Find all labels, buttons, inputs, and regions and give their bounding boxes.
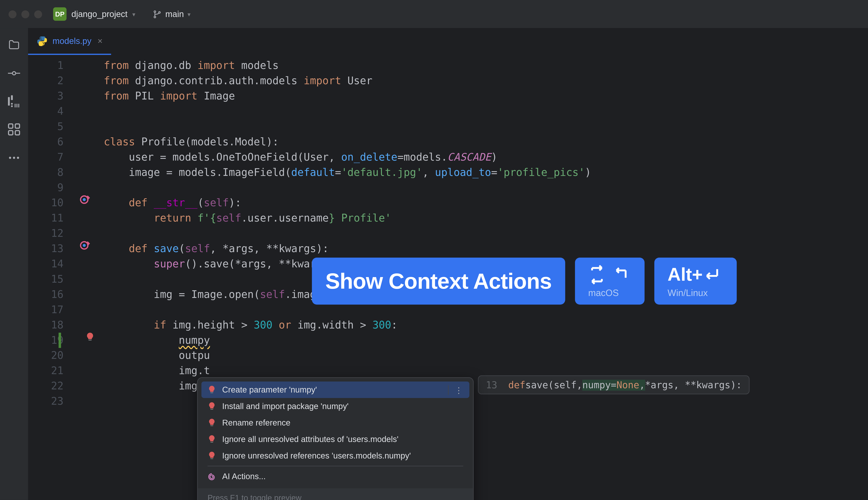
commit-tool-icon[interactable] (8, 67, 20, 79)
svg-rect-10 (18, 104, 19, 107)
svg-point-17 (17, 157, 19, 159)
action-rename-reference[interactable]: Rename reference (201, 414, 469, 431)
structure-tool-icon[interactable] (8, 95, 20, 107)
error-bulb-icon (207, 402, 216, 410)
svg-point-15 (9, 157, 11, 159)
mac-shortcut-icon (588, 264, 631, 285)
svg-rect-14 (15, 130, 20, 135)
chevron-down-icon: ▾ (187, 11, 191, 18)
action-ignore-ref[interactable]: Ignore unresolved references 'users.mode… (201, 447, 469, 464)
chevron-down-icon: ▾ (132, 11, 135, 18)
svg-rect-25 (210, 425, 213, 426)
keyboard-shortcut-callout: Show Context Actions macOS Alt+ (312, 258, 737, 305)
editor-tabs: models.py × (28, 28, 868, 55)
callout-title: Show Context Actions (325, 268, 551, 294)
intention-preview: 13 def save(self, numpy=None, *args, **k… (478, 375, 750, 394)
svg-point-21 (83, 244, 86, 247)
project-badge: DP (53, 7, 67, 21)
close-window-dot[interactable] (9, 10, 16, 18)
svg-rect-9 (16, 104, 18, 107)
svg-rect-8 (14, 104, 15, 107)
override-icon[interactable] (79, 240, 90, 251)
svg-rect-26 (210, 442, 213, 442)
branch-name: main (165, 9, 184, 19)
enter-key-icon (704, 268, 723, 282)
error-bulb-icon (207, 451, 216, 460)
svg-rect-23 (210, 392, 213, 393)
line-numbers: 1234567891011121314151617181920212223 (28, 55, 77, 500)
project-name: django_project (71, 9, 127, 19)
close-icon[interactable]: × (98, 36, 103, 46)
branch-icon (152, 9, 162, 19)
svg-rect-27 (210, 458, 213, 459)
error-bulb-icon (207, 418, 216, 427)
error-bulb-icon (207, 385, 216, 394)
context-actions-popup: Create parameter 'numpy' ⋮ Install and i… (197, 377, 474, 500)
svg-rect-4 (8, 97, 10, 105)
svg-point-16 (13, 157, 15, 159)
tab-label: models.py (53, 36, 91, 46)
error-bulb-icon[interactable] (85, 332, 96, 343)
gutter-change-marker (59, 333, 61, 348)
services-tool-icon[interactable] (8, 123, 20, 135)
project-selector[interactable]: DP django_project ▾ (53, 7, 135, 21)
popup-footer-hint: Press F1 to toggle preview (198, 488, 473, 500)
svg-rect-22 (89, 340, 92, 340)
maximize-window-dot[interactable] (34, 10, 42, 18)
action-install-import[interactable]: Install and import package 'numpy' (201, 398, 469, 414)
override-icon[interactable] (79, 194, 90, 205)
svg-point-0 (154, 11, 156, 12)
svg-point-19 (83, 198, 86, 201)
project-tool-icon[interactable] (8, 39, 20, 51)
tab-models[interactable]: models.py × (28, 28, 111, 55)
svg-point-1 (154, 16, 156, 18)
error-bulb-icon (207, 435, 216, 443)
action-ignore-all[interactable]: Ignore all unresolved attributes of 'use… (201, 431, 469, 447)
svg-rect-5 (11, 95, 13, 100)
svg-point-6 (11, 103, 13, 105)
minimize-window-dot[interactable] (21, 10, 29, 18)
traffic-lights (9, 10, 42, 18)
branch-selector[interactable]: main ▾ (152, 9, 191, 19)
callout-os-winlinux: Win/Linux (667, 287, 723, 298)
menu-separator (207, 466, 463, 466)
more-options-icon[interactable]: ⋮ (448, 385, 463, 395)
svg-point-3 (12, 72, 16, 75)
ai-spiral-icon (207, 472, 216, 481)
svg-rect-12 (15, 124, 20, 128)
python-file-icon (37, 35, 48, 46)
action-create-parameter[interactable]: Create parameter 'numpy' ⋮ (201, 382, 469, 398)
svg-rect-11 (9, 124, 13, 128)
action-ai-actions[interactable]: AI Actions... (201, 468, 469, 485)
callout-os-mac: macOS (588, 287, 631, 298)
svg-rect-13 (9, 130, 13, 135)
titlebar: DP django_project ▾ main ▾ (0, 0, 868, 28)
svg-rect-24 (210, 409, 213, 409)
svg-point-7 (11, 105, 13, 107)
preview-line-num: 13 (486, 379, 498, 390)
more-tool-icon[interactable] (8, 151, 20, 163)
activity-bar (0, 28, 28, 500)
